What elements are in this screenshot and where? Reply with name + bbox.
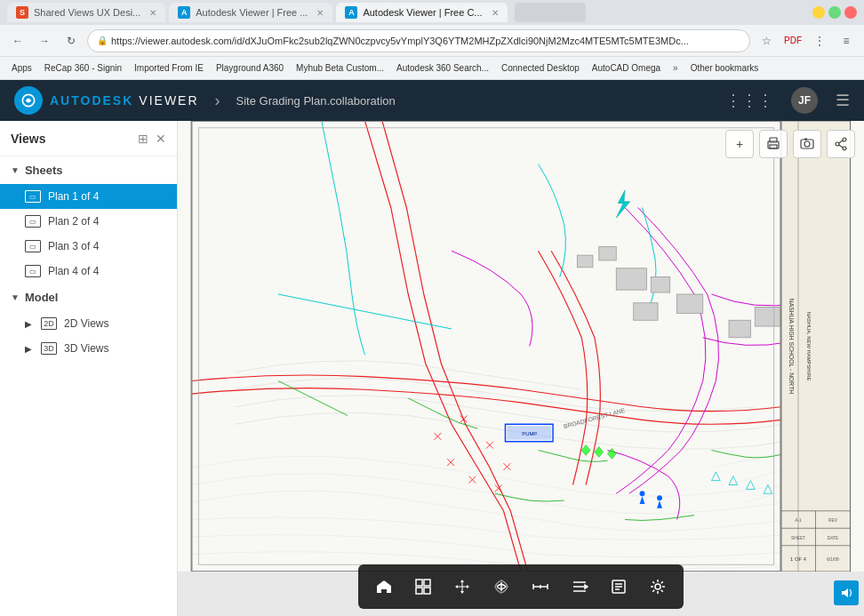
sheet-item-4[interactable]: ▭ Plan 4 of 4	[0, 259, 177, 284]
https-icon: 🔒	[97, 36, 108, 45]
breadcrumb-file: Site Grading Plan.collaboration	[236, 94, 396, 108]
tab-1[interactable]: S Shared Views UX Desi... ✕	[7, 3, 165, 22]
tab-icon-3: A	[345, 6, 357, 19]
more-button[interactable]: ≡	[836, 30, 857, 52]
tab-2[interactable]: A Autodesk Viewer | Free ... ✕	[169, 3, 332, 22]
add-markup-button[interactable]: +	[725, 130, 754, 158]
measure-tool-button[interactable]	[522, 568, 559, 605]
logo-icon	[14, 86, 43, 115]
tab-close-2[interactable]: ✕	[316, 8, 324, 18]
sheet-label-2: Plan 2 of 4	[48, 215, 99, 228]
viewer-toolbar-top: +	[725, 130, 855, 158]
volume-button[interactable]	[834, 580, 859, 605]
back-button[interactable]: ←	[7, 30, 28, 52]
sheet-icon-3: ▭	[25, 240, 41, 252]
svg-text:1 OF 4: 1 OF 4	[790, 556, 807, 562]
tab-3[interactable]: A Autodesk Viewer | Free C... ✕	[336, 3, 507, 22]
pan-tool-button[interactable]	[444, 568, 481, 605]
tab-close-3[interactable]: ✕	[492, 8, 499, 18]
section-tool-button[interactable]	[561, 568, 598, 605]
share-icon	[834, 137, 848, 151]
sheet-label-4: Plan 4 of 4	[48, 265, 99, 277]
model-section-header[interactable]: ▼ Model	[0, 284, 177, 311]
bm-connected[interactable]: Connected Desktop	[497, 61, 584, 75]
pdf-button[interactable]: PDF	[782, 30, 804, 52]
bm-autodesk360[interactable]: Autodesk 360 Search...	[392, 61, 493, 75]
close-button[interactable]	[844, 6, 857, 19]
bm-more[interactable]: »	[668, 61, 683, 75]
grid-icon[interactable]: ⋮⋮⋮	[725, 91, 773, 110]
home-tool-button[interactable]	[365, 568, 403, 605]
pan-icon	[453, 578, 471, 596]
fit-icon	[414, 578, 432, 596]
forward-button[interactable]: →	[34, 30, 55, 52]
model-item-2d[interactable]: ▶ 2D 2D Views	[0, 311, 177, 336]
bm-imported[interactable]: Imported From IE	[130, 61, 208, 75]
sheet-label-1: Plan 1 of 4	[48, 190, 99, 203]
properties-tool-button[interactable]	[600, 568, 637, 605]
app-title: AUTODESK VIEWER	[50, 93, 199, 108]
sidebar-grid-icon[interactable]: ⊞	[138, 132, 148, 146]
sidebar-icons: ⊞ ✕	[138, 132, 166, 146]
svg-text:6/1/08: 6/1/08	[827, 557, 839, 562]
sheet-item-1[interactable]: ▭ Plan 1 of 4	[0, 184, 177, 209]
svg-rect-20	[577, 255, 593, 268]
cad-svg: PUMP BROADFOREST LANE Site Grading Plan …	[178, 121, 864, 572]
user-avatar[interactable]: JF	[791, 87, 818, 114]
tab-icon-1: S	[16, 6, 28, 19]
bm-autocad[interactable]: AutoCAD Omega	[588, 61, 665, 75]
autodesk-logo: AUTODESK VIEWER	[14, 86, 199, 115]
logo-svg	[20, 92, 37, 109]
bm-myhub[interactable]: Myhub Beta Custom...	[292, 61, 388, 75]
expand-icon-3d: ▶	[25, 344, 32, 354]
refresh-button[interactable]: ↻	[60, 30, 82, 52]
sheets-section-header[interactable]: ▼ Sheets	[0, 156, 177, 184]
svg-rect-14	[651, 277, 669, 293]
app-name-viewer: VIEWER	[139, 93, 198, 108]
extensions-button[interactable]: ⋮	[809, 30, 830, 52]
model-section-label: Model	[25, 291, 59, 304]
model-item-3d[interactable]: ▶ 3D 3D Views	[0, 336, 177, 361]
svg-text:A-1: A-1	[795, 518, 802, 523]
hamburger-icon[interactable]: ☰	[836, 91, 850, 110]
sidebar-close-icon[interactable]: ✕	[156, 132, 166, 146]
print-button[interactable]	[759, 130, 788, 158]
tab-label-3: Autodesk Viewer | Free C...	[363, 7, 482, 18]
camera-icon	[800, 137, 814, 151]
svg-line-10	[839, 140, 844, 143]
svg-rect-58	[192, 121, 781, 572]
address-bar: ← → ↻ 🔒 https://viewer.autodesk.com/id/d…	[0, 25, 864, 57]
address-input[interactable]: 🔒 https://viewer.autodesk.com/id/dXJuOmF…	[87, 29, 750, 52]
bm-recap[interactable]: ReCap 360 - Signin	[40, 61, 126, 75]
maximize-button[interactable]	[828, 6, 841, 19]
svg-point-76	[655, 584, 660, 589]
sheet-item-3[interactable]: ▭ Plan 3 of 4	[0, 234, 177, 259]
bm-other[interactable]: Other bookmarks	[686, 61, 764, 75]
sheets-section: ▼ Sheets ▭ Plan 1 of 4 ▭ Plan 2 of 4	[0, 156, 177, 284]
orbit-tool-button[interactable]	[483, 568, 520, 605]
sheets-arrow-icon: ▼	[11, 165, 20, 175]
bm-apps[interactable]: Apps	[7, 61, 36, 75]
fit-tool-button[interactable]	[404, 568, 442, 605]
star-button[interactable]: ☆	[756, 30, 777, 52]
window-controls	[812, 6, 857, 19]
viewer-area[interactable]: +	[178, 121, 864, 616]
minimize-button[interactable]	[812, 6, 825, 19]
svg-text:SHEET: SHEET	[791, 536, 805, 540]
sheet-icon-4: ▭	[25, 265, 41, 277]
svg-text:NASHUA, NEW HAMPSHIRE: NASHUA, NEW HAMPSHIRE	[806, 312, 812, 381]
svg-rect-16	[729, 320, 750, 338]
settings-tool-button[interactable]	[639, 568, 676, 605]
tab-icon-2: A	[178, 6, 190, 19]
bm-playground[interactable]: Playground A360	[212, 61, 288, 75]
new-tab-area[interactable]	[515, 3, 586, 22]
share-button[interactable]	[827, 130, 855, 158]
sheet-icon-2: ▭	[25, 215, 41, 228]
drawing-canvas: PUMP BROADFOREST LANE Site Grading Plan …	[178, 121, 864, 572]
sheets-section-label: Sheets	[25, 164, 63, 177]
svg-text:PUMP: PUMP	[522, 431, 537, 436]
bookmarks-bar: Apps ReCap 360 - Signin Imported From IE…	[0, 57, 864, 80]
screenshot-button[interactable]	[793, 130, 821, 158]
tab-close-1[interactable]: ✕	[149, 8, 156, 18]
sheet-item-2[interactable]: ▭ Plan 2 of 4	[0, 209, 177, 234]
